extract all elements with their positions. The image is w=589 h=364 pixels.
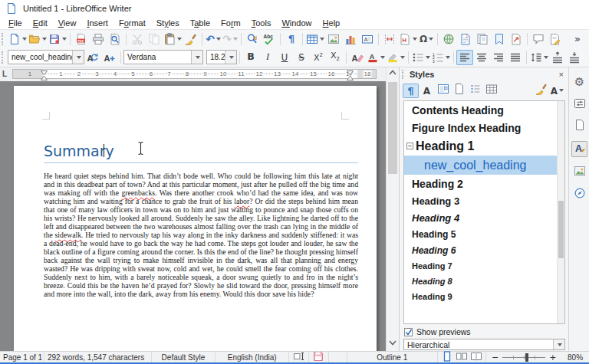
style-list-item[interactable]: Heading 5 <box>404 226 564 242</box>
page-styles-tab[interactable] <box>451 84 467 98</box>
align-right-button[interactable] <box>490 50 507 65</box>
underline-button[interactable]: U <box>276 50 293 65</box>
style-list-item[interactable]: Heading 8 <box>404 274 564 289</box>
unordered-list-button[interactable] <box>411 50 431 65</box>
new-document-button[interactable] <box>8 31 28 47</box>
document-vertical-scrollbar[interactable] <box>386 67 399 351</box>
style-list-item[interactable]: Heading 3 <box>404 192 564 209</box>
zoom-slider-track[interactable] <box>502 353 545 362</box>
insert-footnote-button[interactable]: 1 <box>457 31 474 47</box>
menu-view[interactable]: View <box>53 17 82 29</box>
close-panel-button[interactable]: × <box>559 71 564 79</box>
toolbar-grip[interactable] <box>2 51 5 64</box>
menu-styles[interactable]: Styles <box>151 17 185 29</box>
track-changes-button[interactable] <box>547 31 564 47</box>
word-count-status[interactable]: 292 words, 1,547 characters <box>44 352 152 362</box>
tab-stop-selector[interactable]: L <box>2 70 7 78</box>
style-actions-button[interactable]: A <box>549 84 565 98</box>
paragraph-style-combobox[interactable]: new_cool_heading <box>8 50 84 64</box>
justify-button[interactable] <box>507 50 524 65</box>
insert-table-button[interactable] <box>305 31 325 47</box>
subscript-button[interactable]: X2 <box>327 50 344 65</box>
menu-help[interactable]: Help <box>318 17 346 29</box>
horizontal-ruler[interactable]: 123456789101112131415161718 1 <box>12 69 377 79</box>
decrease-paragraph-spacing-button[interactable] <box>566 50 583 65</box>
show-previews-checkbox[interactable] <box>404 328 413 336</box>
outline-level-status[interactable]: Outline 1 <box>347 352 438 362</box>
toolbar-overflow-button[interactable]: » <box>569 31 586 47</box>
find-and-replace-button[interactable]: d <box>244 31 261 47</box>
open-button[interactable] <box>28 31 48 47</box>
menu-edit[interactable]: Edit <box>28 17 53 29</box>
navigator-deck-tab[interactable] <box>571 186 587 202</box>
insert-special-character-button[interactable]: Ω <box>418 31 435 47</box>
formatting-marks-button[interactable]: ¶ <box>283 31 300 47</box>
insert-text-box-button[interactable]: A <box>359 31 376 47</box>
zoom-slider-thumb[interactable] <box>525 353 528 362</box>
style-list-item[interactable]: −Heading 1 <box>404 136 564 156</box>
update-style-button[interactable]: A <box>84 50 101 65</box>
font-name-combobox[interactable]: Verdana <box>123 50 203 64</box>
clear-formatting-button[interactable]: A <box>349 50 366 65</box>
styles-list-scrollbar[interactable] <box>557 101 564 323</box>
menu-table[interactable]: Table <box>185 17 216 29</box>
character-styles-tab[interactable]: A <box>419 84 435 98</box>
font-size-dropdown-button[interactable] <box>225 51 236 64</box>
menu-file[interactable]: File <box>3 17 28 29</box>
zoom-in-icon[interactable]: + <box>549 353 556 362</box>
save-button[interactable] <box>48 31 67 47</box>
line-spacing-button[interactable] <box>529 50 549 65</box>
increase-paragraph-spacing-button[interactable] <box>549 50 566 65</box>
style-list-item[interactable]: Heading 2 <box>404 175 564 192</box>
scrollbar-thumb[interactable] <box>388 82 397 174</box>
insert-cross-reference-button[interactable] <box>508 31 525 47</box>
strikethrough-button[interactable]: S <box>293 50 310 65</box>
language-status[interactable]: English (India) <box>216 352 289 362</box>
collapse-expander-icon[interactable]: − <box>406 143 413 149</box>
insert-chart-button[interactable] <box>342 31 359 47</box>
font-name-dropdown-button[interactable] <box>191 51 202 64</box>
paragraph-style-dropdown-button[interactable] <box>72 51 84 64</box>
frame-styles-tab[interactable] <box>435 84 451 98</box>
list-styles-tab[interactable] <box>467 84 483 98</box>
style-list-item[interactable]: new_cool_heading <box>404 156 564 175</box>
style-list-item[interactable]: Contents Heading <box>404 101 564 119</box>
page-deck-tab[interactable] <box>571 118 587 134</box>
insert-field-button[interactable]: H <box>398 31 418 47</box>
print-button[interactable] <box>90 31 107 47</box>
style-list-item[interactable]: Heading 4 <box>404 209 564 226</box>
paragraph-styles-tab[interactable]: ¶ <box>403 84 419 98</box>
document-heading[interactable]: Summary <box>44 143 358 163</box>
font-color-button[interactable]: A <box>366 50 386 65</box>
style-list-item[interactable]: Figure Index Heading <box>404 119 564 136</box>
align-left-button[interactable] <box>456 50 473 65</box>
clone-formatting-button[interactable] <box>183 31 199 47</box>
insert-bookmark-button[interactable] <box>491 31 508 47</box>
insert-page-break-button[interactable] <box>381 31 398 47</box>
zoom-percentage[interactable]: 80% <box>561 352 589 362</box>
insert-hyperlink-button[interactable] <box>440 31 457 47</box>
page-style-status[interactable]: Default Style <box>152 352 216 362</box>
menu-form[interactable]: Form <box>216 17 246 29</box>
new-style-button[interactable]: A <box>101 50 118 65</box>
toolbar-grip[interactable] <box>2 33 5 45</box>
superscript-button[interactable]: X2 <box>310 50 327 65</box>
page-number-status[interactable]: Page 1 of 1 <box>0 352 44 362</box>
properties-deck-tab[interactable] <box>571 97 587 113</box>
sidebar-settings-tab[interactable]: ⚙ <box>571 74 587 90</box>
style-filter-dropdown-button[interactable] <box>553 339 564 349</box>
document-page[interactable]: Summary He heard quiet steps behind him.… <box>14 86 377 351</box>
insert-comment-button[interactable] <box>530 31 547 47</box>
panel-grip[interactable] <box>402 70 406 79</box>
export-pdf-button[interactable]: PDF <box>73 31 90 47</box>
menu-insert[interactable]: Insert <box>81 17 114 29</box>
undo-button[interactable]: ↶ <box>205 31 222 47</box>
fill-format-mode-button[interactable] <box>533 84 549 98</box>
print-preview-button[interactable] <box>107 31 123 47</box>
style-filter-combobox[interactable]: Hierarchical <box>403 339 565 350</box>
zoom-slider[interactable]: − + <box>486 352 561 362</box>
scrollbar-thumb[interactable] <box>558 201 564 258</box>
zoom-out-icon[interactable]: − <box>492 353 499 362</box>
right-indent-marker[interactable] <box>347 70 354 84</box>
insert-endnote-button[interactable] <box>474 31 491 47</box>
